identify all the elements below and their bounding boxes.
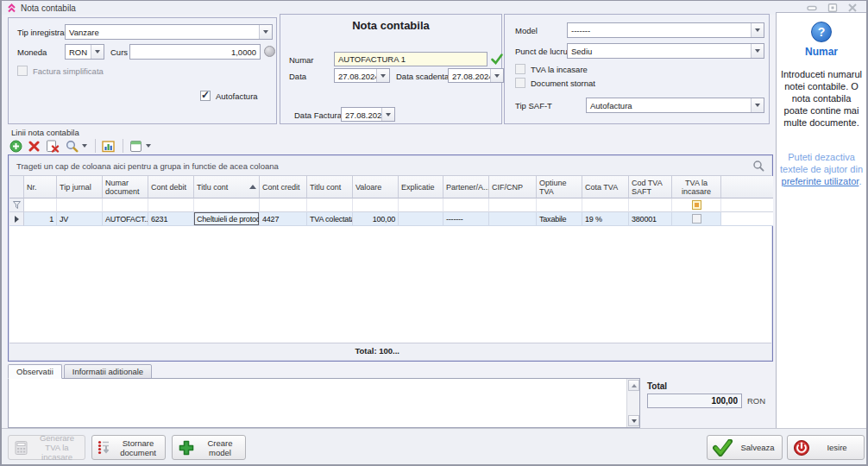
observatii-textarea[interactable] <box>9 379 626 427</box>
cell-cota-tva[interactable]: 19 % <box>582 212 629 226</box>
punct-de-lucru-select[interactable]: Sediu <box>567 43 764 59</box>
help-panel: ? Numar Introduceti numarul notei contab… <box>776 12 867 430</box>
chevron-down-icon[interactable] <box>751 44 764 58</box>
scrollbar[interactable] <box>626 379 639 427</box>
tip-saft-label: Tip SAF-T <box>515 101 552 110</box>
numar-input[interactable] <box>334 52 487 66</box>
scroll-down-icon[interactable] <box>628 415 639 426</box>
total-input[interactable] <box>647 394 742 408</box>
column-header-cota-tva[interactable]: Cota TVA <box>582 176 629 198</box>
row-checkbox[interactable] <box>692 214 701 224</box>
cell-valoare[interactable]: 100,00 <box>353 212 399 226</box>
zoom-icon[interactable] <box>66 140 87 153</box>
column-header-explicatie[interactable]: Explicatie <box>399 176 443 198</box>
data-factura-datepicker[interactable]: 27.08.2024 <box>341 107 395 122</box>
data-datepicker[interactable]: 27.08.2024 <box>334 68 390 83</box>
tab-informatii-aditionale[interactable]: Informatii aditionale <box>64 364 152 379</box>
factura-simplificata-checkbox[interactable] <box>17 66 28 76</box>
grid-filter-row[interactable] <box>9 198 773 212</box>
help-question-icon: ? <box>811 22 832 42</box>
filter-checkbox-icon[interactable] <box>692 200 701 210</box>
column-header-nr[interactable]: Nr. <box>24 176 57 198</box>
calculator-icon <box>14 440 29 456</box>
cell-tip-jurnal[interactable]: JV <box>57 212 103 226</box>
grid-data-row[interactable]: 1 JV AUTOFACT... 6231 Cheltuieli de prot… <box>9 212 773 226</box>
column-header-partener[interactable]: Partener/A... <box>443 176 489 198</box>
cell-cod-tva-saft[interactable]: 380001 <box>629 212 672 226</box>
tip-inregistrare-select[interactable]: Vanzare <box>65 24 273 40</box>
help-body: Introduceti numarul notei contabile. O n… <box>777 68 866 129</box>
column-header-cod-tva-saft[interactable]: Cod TVA SAFT <box>629 176 672 198</box>
column-header-valoare[interactable]: Valoare <box>353 176 399 198</box>
delete-row-icon[interactable] <box>28 141 40 152</box>
iesire-button[interactable]: Iesire <box>787 435 865 460</box>
tva-la-incasare-checkbox[interactable] <box>515 64 525 74</box>
chevron-down-icon[interactable] <box>381 108 394 121</box>
cell-partener[interactable]: ------- <box>443 212 489 226</box>
scroll-up-icon[interactable] <box>628 380 639 391</box>
double-chevron-up-icon <box>7 3 16 13</box>
group-by-bar[interactable]: Trageti un cap de coloana aici pentru a … <box>9 156 771 176</box>
chevron-down-icon[interactable] <box>259 25 272 39</box>
export-icon[interactable] <box>102 140 115 153</box>
add-row-icon[interactable] <box>9 140 22 153</box>
model-label: Model <box>515 26 538 35</box>
minimize-icon[interactable] <box>806 3 818 12</box>
curs-refresh-icon[interactable] <box>264 46 275 57</box>
close-icon[interactable] <box>847 3 858 12</box>
column-header-cont-debit[interactable]: Cont debit <box>148 176 194 198</box>
cell-cif-cnp[interactable] <box>489 212 537 226</box>
punct-de-lucru-label: Punct de lucru <box>515 47 568 56</box>
registration-panel: Tip inregistrare Vanzare Moneda RON Curs… <box>8 17 277 124</box>
chevron-down-icon[interactable] <box>490 69 503 82</box>
cell-nr[interactable]: 1 <box>24 212 57 226</box>
cell-numar-document[interactable]: AUTOFACT... <box>103 212 148 226</box>
cell-tva-la-incasare[interactable] <box>672 212 721 226</box>
cell-optiune-tva[interactable]: Taxabile <box>537 212 582 226</box>
creare-model-button[interactable]: Creare model <box>172 435 246 460</box>
column-header-cif-cnp[interactable]: CIF/CNP <box>489 176 537 198</box>
delete-document-icon[interactable] <box>46 140 60 153</box>
preferinte-utilizator-link[interactable]: preferinte utilizator <box>782 176 859 186</box>
data-scadenta-datepicker[interactable]: 27.08.2024 <box>448 68 504 83</box>
curs-input[interactable] <box>129 44 261 60</box>
moneda-select[interactable]: RON <box>65 44 104 60</box>
column-header-cont-credit[interactable]: Cont credit <box>260 176 307 198</box>
chevron-down-icon[interactable] <box>146 144 151 148</box>
cell-titlu-cont-debit[interactable]: Cheltuieli de protocol <box>194 212 260 226</box>
stornare-list-icon <box>97 440 111 455</box>
cell-titlu-cont-credit[interactable]: TVA colectata <box>307 212 353 226</box>
chevron-down-icon[interactable] <box>91 45 104 59</box>
chevron-down-icon[interactable] <box>751 98 764 112</box>
generare-tva-button[interactable]: Generare TVA la incasare <box>8 435 85 460</box>
tip-saft-select[interactable]: Autofactura <box>586 98 764 113</box>
column-header-filler <box>721 176 773 198</box>
chevron-down-icon[interactable] <box>82 144 87 148</box>
column-header-tva-la-incasare[interactable]: TVA la incasare <box>672 176 721 198</box>
column-header-titlu-cont-debit[interactable]: Titlu cont <box>194 176 260 198</box>
salveaza-button[interactable]: Salveaza <box>707 435 783 460</box>
filter-row-icon <box>9 198 24 212</box>
data-factura-label: Data Factura <box>294 110 342 120</box>
cell-explicatie[interactable] <box>399 212 443 226</box>
search-icon[interactable] <box>752 160 764 172</box>
chevron-down-icon[interactable] <box>376 69 389 82</box>
stornare-document-button[interactable]: Stornare document <box>91 435 166 460</box>
cell-cont-credit[interactable]: 4427 <box>260 212 307 226</box>
factura-simplificata-label: Factura simplificata <box>33 66 104 76</box>
cell-cont-debit[interactable]: 6231 <box>148 212 194 226</box>
layout-icon[interactable] <box>129 140 151 153</box>
filter-tva-cell[interactable] <box>672 198 721 212</box>
column-header-tip-jurnal[interactable]: Tip jurnal <box>57 176 103 198</box>
column-header-numar-document[interactable]: Numar document <box>103 176 148 198</box>
column-header-optiune-tva[interactable]: Optiune TVA <box>537 176 582 198</box>
chevron-down-icon[interactable] <box>751 23 764 37</box>
model-select[interactable]: ------- <box>567 22 764 38</box>
document-stornat-checkbox[interactable] <box>515 78 525 88</box>
tab-observatii[interactable]: Observatii <box>8 364 62 379</box>
column-header-titlu-cont-credit[interactable]: Titlu cont <box>307 176 353 198</box>
document-panel: Nota contabila Numar Data 27.08.2024 Dat… <box>280 14 502 124</box>
maximize-icon[interactable] <box>827 3 839 12</box>
numar-valid-check-icon[interactable] <box>490 53 504 66</box>
autofactura-checkbox[interactable]: ✓ <box>200 91 211 101</box>
